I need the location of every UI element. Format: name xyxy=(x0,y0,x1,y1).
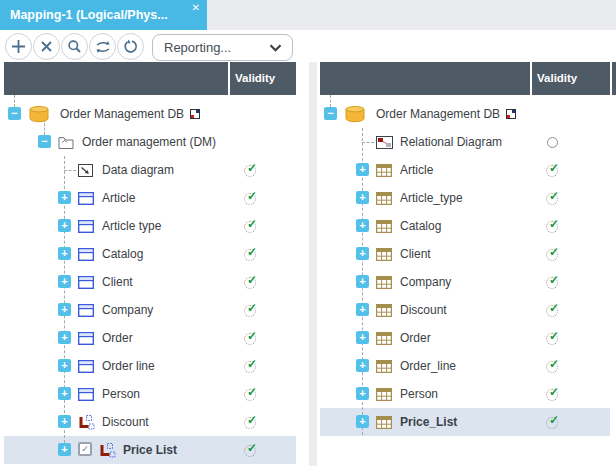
folder-icon xyxy=(58,135,74,150)
reporting-dropdown[interactable]: Reporting... xyxy=(152,34,293,61)
add-button[interactable] xyxy=(5,33,32,60)
entity-icon xyxy=(78,331,94,346)
expand-toggle-icon[interactable]: + xyxy=(58,247,71,260)
expand-toggle-icon[interactable]: + xyxy=(58,219,71,232)
logical-panel: Validity −Order Management DB−Order mana… xyxy=(4,62,296,466)
physical-panel: Validity −Order Management DBRelational … xyxy=(320,62,610,466)
tree-row-label-wrap: Relational Diagram xyxy=(400,128,502,156)
reldiagram-icon xyxy=(376,135,393,150)
tree-connector-line xyxy=(362,142,374,143)
close-icon[interactable]: ✕ xyxy=(192,2,200,14)
expand-toggle-icon[interactable]: + xyxy=(58,303,71,316)
tree-row-order-line[interactable]: +Order line✓ xyxy=(4,352,296,380)
tree-row-label-wrap: Order xyxy=(400,324,431,352)
tree-row-label-wrap: Person xyxy=(102,380,140,408)
entity-icon xyxy=(78,275,94,290)
tree-row-label: Catalog xyxy=(102,240,143,268)
expand-toggle-icon[interactable]: + xyxy=(356,359,369,372)
tree-row-catalog[interactable]: +Catalog✓ xyxy=(4,240,296,268)
tree-row-order-management-dm-[interactable]: −Order management (DM) xyxy=(4,128,296,156)
sync-button[interactable] xyxy=(89,33,116,60)
collapse-toggle-icon[interactable]: − xyxy=(38,135,51,148)
table-icon xyxy=(376,415,392,430)
expand-toggle-icon[interactable]: + xyxy=(58,275,71,288)
tree-row-label: Article_type xyxy=(400,184,463,212)
tree-row-label-wrap: Article type xyxy=(102,212,161,240)
expand-toggle-icon[interactable]: + xyxy=(58,387,71,400)
tree-row-order[interactable]: +Order✓ xyxy=(4,324,296,352)
tree-row-label: Discount xyxy=(400,296,447,324)
tree-row-article-type[interactable]: +Article_type✓ xyxy=(320,184,610,212)
tree-row-label: Order Management DB xyxy=(376,100,500,128)
tree-row-price-list[interactable]: +✓Price List✓ xyxy=(4,436,296,464)
tree-row-discount[interactable]: +Discount✓ xyxy=(4,408,296,436)
tree-row-client[interactable]: +Client✓ xyxy=(320,240,610,268)
tree-row-article[interactable]: +Article✓ xyxy=(320,156,610,184)
expand-toggle-icon[interactable]: + xyxy=(356,303,369,316)
delete-button[interactable] xyxy=(33,33,60,60)
tree-connector-line xyxy=(330,95,331,107)
tree-row-label-wrap: Discount xyxy=(102,408,149,436)
expand-toggle-icon[interactable]: + xyxy=(356,247,369,260)
tree-row-order-management-db[interactable]: −Order Management DB xyxy=(4,100,296,128)
expand-toggle-icon[interactable]: + xyxy=(356,219,369,232)
tree-row-data-diagram[interactable]: Data diagram✓ xyxy=(4,156,296,184)
collapse-toggle-icon[interactable]: − xyxy=(324,107,337,120)
tree-row-catalog[interactable]: +Catalog✓ xyxy=(320,212,610,240)
expand-toggle-icon[interactable]: + xyxy=(356,387,369,400)
collapse-toggle-icon[interactable]: − xyxy=(8,107,21,120)
expand-toggle-icon[interactable]: + xyxy=(58,443,71,456)
expand-toggle-icon[interactable]: + xyxy=(58,191,71,204)
tree-row-price-list[interactable]: +Price_List✓ xyxy=(320,408,610,436)
physical-panel-header: Validity xyxy=(320,62,610,95)
tree-row-label: Client xyxy=(102,268,133,296)
expand-toggle-icon[interactable]: + xyxy=(356,331,369,344)
tree-row-company[interactable]: +Company✓ xyxy=(320,268,610,296)
tree-row-label-wrap: Order management (DM) xyxy=(82,128,216,156)
validity-check-icon: ✓ xyxy=(546,359,562,374)
mapping-icon xyxy=(78,415,95,430)
tab-mapping-1[interactable]: Mapping-1 (Logical/Phys... ✕ xyxy=(0,0,207,30)
expand-toggle-icon[interactable]: + xyxy=(356,275,369,288)
validity-check-icon: ✓ xyxy=(244,191,260,206)
column-separator xyxy=(530,62,532,95)
validity-check-icon: ✓ xyxy=(244,275,260,290)
tree-row-client[interactable]: +Client✓ xyxy=(4,268,296,296)
expand-toggle-icon[interactable]: + xyxy=(58,359,71,372)
tree-row-article[interactable]: +Article✓ xyxy=(4,184,296,212)
tree-row-company[interactable]: +Company✓ xyxy=(4,296,296,324)
tree-row-label-wrap: Company xyxy=(400,268,451,296)
tree-row-label-wrap: Catalog xyxy=(102,240,143,268)
refresh-button[interactable] xyxy=(117,33,144,60)
tree-row-order-management-db[interactable]: −Order Management DB xyxy=(320,100,610,128)
tree-row-person[interactable]: +Person✓ xyxy=(4,380,296,408)
tree-row-label: Order management (DM) xyxy=(82,128,216,156)
tree-connector-line xyxy=(64,170,76,171)
database-icon xyxy=(28,107,50,122)
expand-toggle-icon[interactable]: + xyxy=(58,331,71,344)
expand-toggle-icon[interactable]: + xyxy=(356,163,369,176)
tree-row-order-line[interactable]: +Order_line✓ xyxy=(320,352,610,380)
validity-check-icon: ✓ xyxy=(546,191,562,206)
tree-row-label: Person xyxy=(102,380,140,408)
tree-row-person[interactable]: +Person✓ xyxy=(320,380,610,408)
tree-row-label: Relational Diagram xyxy=(400,128,502,156)
expand-toggle-icon[interactable]: + xyxy=(58,415,71,428)
tree-row-article-type[interactable]: +Article type✓ xyxy=(4,212,296,240)
tree-row-discount[interactable]: +Discount✓ xyxy=(320,296,610,324)
validity-check-icon: ✓ xyxy=(546,163,562,178)
expand-toggle-icon[interactable]: + xyxy=(356,415,369,428)
tree-row-order[interactable]: +Order✓ xyxy=(320,324,610,352)
tree-row-label: Order line xyxy=(102,352,155,380)
tree-row-label: Discount xyxy=(102,408,149,436)
row-checkbox[interactable]: ✓ xyxy=(78,442,92,456)
validity-check-icon: ✓ xyxy=(244,387,260,402)
validity-check-icon: ✓ xyxy=(244,303,260,318)
panel-divider xyxy=(309,62,317,466)
table-icon xyxy=(376,359,392,374)
tree-row-label-wrap: Order line xyxy=(102,352,155,380)
validity-check-icon: ✓ xyxy=(546,247,562,262)
search-button[interactable] xyxy=(61,33,88,60)
entity-icon xyxy=(78,191,94,206)
expand-toggle-icon[interactable]: + xyxy=(356,191,369,204)
